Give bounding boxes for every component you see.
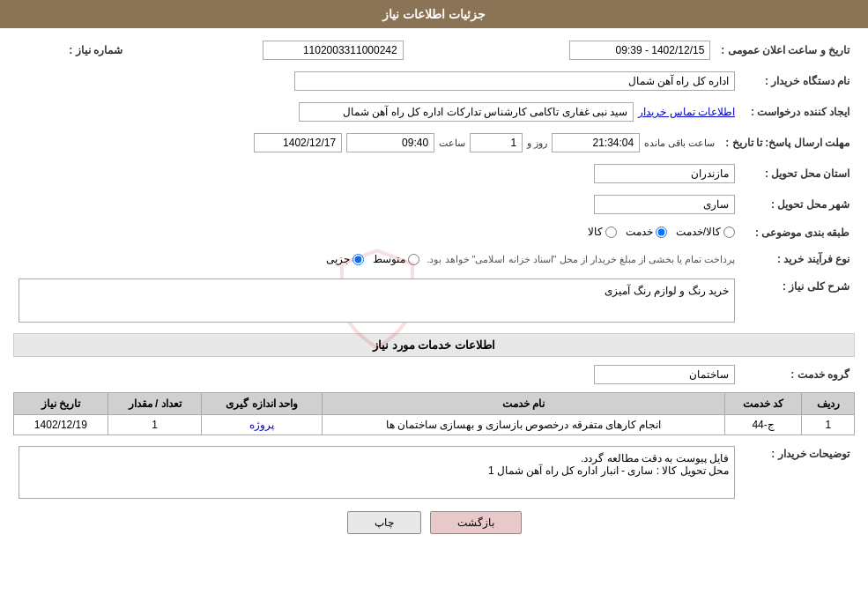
sharh-value: خرید رنگ و لوازم رنگ آمیزی bbox=[605, 285, 729, 297]
ostan-label: استان محل تحویل : bbox=[740, 160, 855, 187]
sharh-section: شرح کلی نیاز : خرید رنگ و لوازم رنگ آمیز… bbox=[13, 275, 855, 326]
info-row-2: نام دستگاه خریدار : اداره کل راه آهن شما… bbox=[13, 68, 855, 94]
rooz-label: روز و bbox=[527, 137, 547, 149]
kala-radio[interactable]: کالا bbox=[588, 226, 617, 238]
khadamat-radio[interactable]: خدمت bbox=[626, 226, 667, 238]
mohlat-label: مهلت ارسال پاسخ: تا تاریخ : bbox=[720, 130, 855, 156]
tosehat-value: فایل پیوست به دقت مطالعه گردد. محل تحویل… bbox=[19, 446, 735, 499]
shomare-niaz-label: شماره نیاز : bbox=[13, 37, 128, 63]
col-vahed: واحد اندازه گیری bbox=[202, 392, 323, 414]
cell-tarikh: 1402/12/19 bbox=[14, 414, 108, 434]
tosehat-line2: محل تحویل کالا : ساری - انبار اداره کل ر… bbox=[25, 464, 729, 477]
cell-radif: 1 bbox=[802, 414, 855, 434]
tarikh-elan-label: تاریخ و ساعت اعلان عمومی : bbox=[716, 37, 855, 63]
info-row-1: تاریخ و ساعت اعلان عمومی : 1402/12/15 - … bbox=[13, 37, 855, 63]
table-row: 1ج-44انجام کارهای متفرقه درخصوص بازسازی … bbox=[14, 414, 855, 434]
info-row-8: نوع فرآیند خرید : پرداخت تمام یا بخشی از… bbox=[13, 249, 855, 271]
nam-dastgah-value: اداره کل راه آهن شمال bbox=[294, 71, 735, 91]
rooz-value: 1 bbox=[470, 133, 523, 152]
cell-vahed: پروژه bbox=[202, 414, 323, 434]
khadamat-section-header: اطلاعات خدمات مورد نیاز bbox=[13, 333, 855, 357]
tosehat-section: توضیحات خریدار : فایل پیوست به دقت مطالع… bbox=[13, 442, 855, 502]
info-row-7: طبقه بندی موضوعی : کالا/خدمت خدمت bbox=[13, 222, 855, 244]
remaining-value: 21:34:04 bbox=[552, 133, 640, 152]
kalaKhadamat-radio[interactable]: کالا/خدمت bbox=[676, 226, 735, 238]
khadamat-table: ردیف کد خدمت نام خدمت واحد اندازه گیری ت… bbox=[13, 392, 855, 435]
gorohe-label: گروه خدمت : bbox=[740, 361, 855, 388]
tabaghe-label: طبقه بندی موضوعی : bbox=[740, 222, 855, 244]
buttons-row: بازگشت چاپ bbox=[13, 511, 855, 534]
ettelaat-tamas-link[interactable]: اطلاعات تماس خریدار bbox=[638, 106, 735, 118]
info-row-6: شهر محل تحویل : ساری bbox=[13, 191, 855, 218]
noe-farayand-label: نوع فرآیند خرید : bbox=[740, 249, 855, 271]
info-row-4: مهلت ارسال پاسخ: تا تاریخ : ساعت باقی ما… bbox=[13, 130, 855, 156]
date-value: 1402/12/17 bbox=[254, 133, 342, 152]
tarikh-elan-value: 1402/12/15 - 09:39 bbox=[569, 41, 710, 60]
cell-nam: انجام کارهای متفرقه درخصوص بازسازی و بهس… bbox=[323, 414, 725, 434]
cell-kod: ج-44 bbox=[724, 414, 802, 434]
saat-label: ساعت bbox=[439, 137, 465, 149]
motevaset-radio[interactable]: متوسط bbox=[373, 253, 419, 265]
page-title: جزئیات اطلاعات نیاز bbox=[0, 0, 868, 28]
print-button[interactable]: چاپ bbox=[347, 511, 421, 534]
sharh-label: شرح کلی نیاز : bbox=[740, 275, 855, 326]
shomare-niaz-value: 1102003311000242 bbox=[263, 41, 404, 60]
remaining-label: ساعت باقی مانده bbox=[644, 137, 715, 149]
info-row-5: استان محل تحویل : مازندران bbox=[13, 160, 855, 187]
gorohe-section: گروه خدمت : ساختمان bbox=[13, 361, 855, 388]
back-button[interactable]: بازگشت bbox=[430, 511, 522, 534]
col-tedad: تعداد / مقدار bbox=[108, 392, 202, 414]
tosehat-label: توضیحات خریدار : bbox=[740, 442, 855, 502]
nam-dastgah-label: نام دستگاه خریدار : bbox=[740, 68, 855, 94]
gorohe-value: ساختمان bbox=[594, 365, 735, 384]
col-radif: ردیف bbox=[802, 392, 855, 414]
shahr-value: ساری bbox=[594, 195, 735, 214]
content-area: تاریخ و ساعت اعلان عمومی : 1402/12/15 - … bbox=[0, 28, 868, 550]
info-row-3: ایجاد کننده درخواست : اطلاعات تماس خریدا… bbox=[13, 99, 855, 125]
tosehat-line1: فایل پیوست به دقت مطالعه گردد. bbox=[25, 452, 729, 464]
shahr-label: شهر محل تحویل : bbox=[740, 191, 855, 218]
notice-text: پرداخت تمام یا بخشی از مبلغ خریدار از مح… bbox=[427, 252, 735, 267]
ostan-value: مازندران bbox=[594, 164, 735, 183]
saat-value: 09:40 bbox=[346, 133, 434, 152]
ijad-konande-label: ایجاد کننده درخواست : bbox=[740, 99, 855, 125]
col-tarikh: تاریخ نیاز bbox=[14, 392, 108, 414]
cell-tedad: 1 bbox=[108, 414, 202, 434]
ijad-konande-value: سید نبی غفاری تاکامی کارشناس تدارکات ادا… bbox=[299, 102, 634, 122]
jozei-radio[interactable]: جزیی bbox=[326, 253, 364, 265]
page-wrapper: جزئیات اطلاعات نیاز تاریخ و ساعت اعلان ع… bbox=[0, 0, 868, 609]
col-kod: کد خدمت bbox=[724, 392, 802, 414]
col-nam: نام خدمت bbox=[323, 392, 725, 414]
